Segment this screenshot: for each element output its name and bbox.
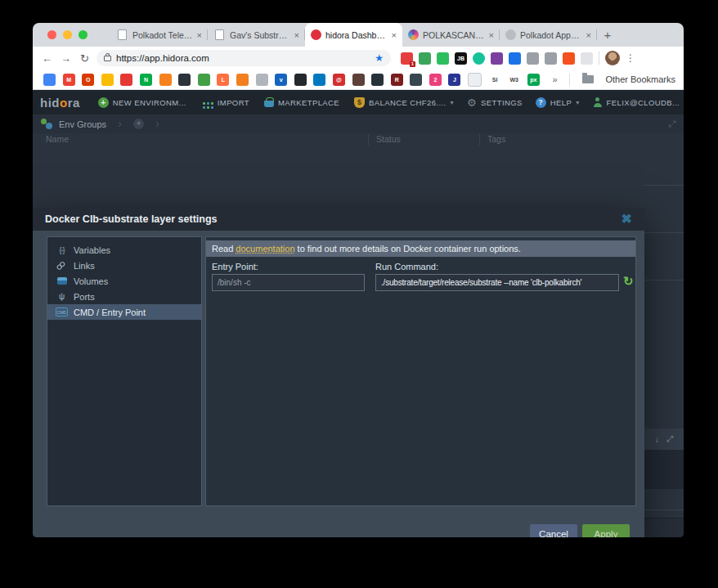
orange-tile-bookmark-icon[interactable]: L (217, 74, 229, 86)
pink-two-bookmark-icon[interactable]: 2 (429, 74, 442, 86)
ext-green-diamond-icon[interactable] (419, 52, 431, 65)
hidora-logo[interactable]: hidora (40, 96, 80, 110)
download-icon[interactable]: ↓ (655, 435, 659, 444)
reset-icon[interactable]: ↺ (623, 274, 634, 289)
cloudflare-bookmark-icon[interactable] (159, 74, 172, 86)
balance-menu[interactable]: $ BALANCE CHF26.... ▾ (354, 97, 454, 108)
entry-point-input[interactable]: /bin/sh -c (212, 274, 365, 291)
window-close-button[interactable] (47, 30, 56, 39)
eye-dark-bookmark-icon[interactable] (371, 74, 384, 86)
browser-tab[interactable]: Polkadot Apps Por× (500, 23, 597, 47)
env-add-button[interactable]: + (133, 119, 144, 129)
tab-close-icon[interactable]: × (489, 30, 494, 40)
run-command-input[interactable]: ./substrate/target/release/substrate --n… (375, 274, 619, 291)
tab-close-icon[interactable]: × (586, 30, 591, 40)
sidebar-item-cmd[interactable]: CMDCMD / Entry Point (47, 304, 201, 320)
settings-button[interactable]: ⚙ SETTINGS (467, 97, 523, 109)
expand-icon[interactable]: ⤢ (668, 119, 675, 129)
browser-tab[interactable]: POLKASCAN | bbq× (402, 23, 500, 47)
map-pin-bookmark-icon[interactable] (120, 74, 132, 86)
github-bookmark-icon[interactable] (294, 74, 307, 86)
leaf-bookmark-icon[interactable] (198, 74, 210, 86)
sidebar-item-variables[interactable]: {-}Variables (47, 242, 201, 258)
reload-button[interactable]: ↻ (75, 52, 94, 65)
expand-icon[interactable]: ⤢ (666, 434, 673, 444)
mailchimp-bookmark-icon[interactable] (352, 74, 365, 86)
profile-avatar[interactable] (605, 51, 620, 65)
tab-title: POLKASCAN | bbq (423, 30, 485, 40)
ext-gray-icon[interactable] (545, 52, 557, 65)
new-tab-button[interactable]: + (597, 23, 618, 47)
orange-cloud-bookmark-icon[interactable] (236, 74, 249, 86)
sidebar-item-ports[interactable]: ψPorts (47, 289, 201, 304)
evernote-icon[interactable] (437, 52, 449, 65)
tab-title: Polkadot Apps Por (520, 30, 582, 40)
browser-tab[interactable]: Gav's Substrate UI× (208, 23, 305, 47)
url-text[interactable]: https://app.hidora.com (116, 53, 209, 63)
google-photos-bookmark-icon[interactable] (101, 74, 114, 86)
bookmark-star-icon[interactable]: ★ (375, 52, 384, 64)
cast-icon[interactable] (527, 52, 539, 65)
ext-chart-icon[interactable] (563, 52, 575, 65)
px-green-bookmark-icon[interactable]: px (527, 74, 540, 86)
breadcrumb-chevron-icon: › (118, 116, 122, 130)
google-apps-bookmark-icon[interactable] (43, 74, 56, 86)
chrome-menu-icon[interactable]: ⋮ (626, 52, 635, 64)
documentation-link[interactable]: documentation (236, 244, 294, 254)
browser-tab[interactable]: hidora Dashboard× (305, 23, 402, 47)
import-icon (203, 102, 205, 105)
cancel-button[interactable]: Cancel (530, 524, 577, 537)
extension-badge: 1 (410, 61, 415, 67)
extension-icons: 1JB (401, 52, 593, 65)
bookmarks-overflow-button[interactable]: » (553, 74, 558, 84)
forward-button[interactable]: → (56, 52, 75, 65)
env-groups-label[interactable]: Env Groups (59, 119, 106, 129)
browser-tab[interactable]: Polkadot Telemetry× (110, 23, 208, 47)
sidebar-item-label: Ports (74, 292, 95, 302)
trello-bookmark-icon[interactable] (313, 74, 325, 86)
close-icon[interactable]: ✖ (622, 213, 632, 226)
window-zoom-button[interactable] (79, 30, 88, 39)
w3-bookmark-icon[interactable]: W3 (508, 74, 520, 86)
jetbrains-icon[interactable]: JB (455, 52, 467, 65)
tab-close-icon[interactable]: × (197, 30, 202, 40)
other-bookmarks-button[interactable]: Other Bookmarks (605, 74, 675, 84)
ext-purple-icon[interactable] (491, 52, 503, 65)
address-bar[interactable]: https://app.hidora.com ★ (96, 50, 391, 66)
j-blue-bookmark-icon[interactable]: J (448, 74, 460, 86)
si-bookmark-icon[interactable]: SI (489, 74, 501, 86)
ext-blue-icon[interactable] (509, 52, 521, 65)
marketplace-button[interactable]: MARKETPLACE (264, 98, 339, 107)
gauge-bookmark-icon[interactable] (410, 74, 422, 86)
n-green-bookmark-icon[interactable]: N (140, 74, 152, 86)
tab-close-icon[interactable]: × (392, 30, 397, 40)
snowflake-bookmark-icon[interactable] (256, 74, 268, 86)
gmail-bookmark-icon[interactable]: M (63, 74, 75, 86)
apply-button[interactable]: Apply (582, 524, 630, 537)
shield-blue-bookmark-icon[interactable]: v (275, 74, 287, 86)
tab-close-icon[interactable]: × (294, 30, 299, 40)
sidebar-item-links[interactable]: Links (47, 258, 201, 273)
dr-red-bookmark-icon[interactable]: R (391, 74, 403, 86)
dark-tile-bookmark-icon[interactable] (178, 74, 191, 86)
import-button[interactable]: IMPORT (201, 98, 249, 107)
doc-white-bookmark-icon[interactable] (468, 73, 482, 87)
office-bookmark-icon[interactable]: O (82, 74, 94, 86)
ext-red-icon[interactable]: 1 (401, 52, 413, 65)
sidebar-item-volumes[interactable]: Volumes (47, 273, 201, 289)
ext-disabled-icon[interactable] (581, 52, 593, 65)
help-menu[interactable]: ? HELP ▾ (536, 97, 580, 108)
user-icon (593, 97, 603, 107)
tab-list: Polkadot Telemetry×Gav's Substrate UI×hi… (110, 23, 618, 47)
run-command-label: Run Command: (375, 262, 438, 272)
grammarly-icon[interactable] (473, 52, 485, 65)
basket-icon (264, 101, 274, 107)
column-divider (479, 134, 480, 146)
bookmarks-divider (569, 74, 570, 86)
at-red-bookmark-icon[interactable]: @ (333, 74, 345, 86)
window-minimize-button[interactable] (63, 30, 72, 39)
user-menu[interactable]: FELIX@CLOUDB... ▾ (593, 97, 684, 107)
back-button[interactable]: ← (38, 52, 56, 65)
new-environment-button[interactable]: + NEW ENVIRONM... (98, 97, 186, 108)
volumes-icon (56, 277, 68, 285)
